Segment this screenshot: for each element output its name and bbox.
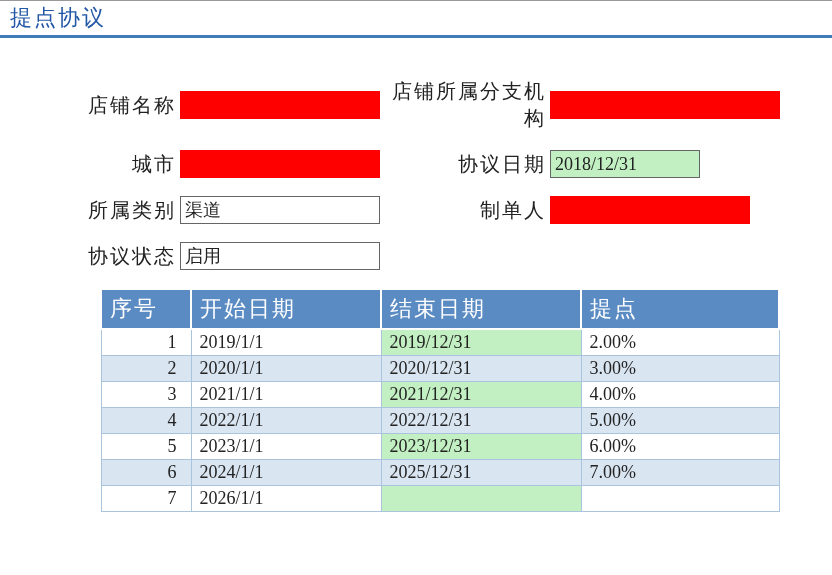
category-input[interactable]: 渠道 [180,196,380,224]
cell-start-date[interactable]: 2021/1/1 [191,382,381,408]
table-row: 22020/1/12020/12/313.00% [101,356,779,382]
table-row: 42022/1/12022/12/315.00% [101,408,779,434]
cell-rate[interactable]: 7.00% [581,460,779,486]
cell-seq: 3 [101,382,191,408]
col-seq: 序号 [101,289,191,329]
cell-rate[interactable]: 4.00% [581,382,779,408]
table-row: 52023/1/12023/12/316.00% [101,434,779,460]
page-title: 提点协议 [0,0,832,38]
city-input[interactable] [180,150,380,178]
cell-end-date[interactable]: 2022/12/31 [381,408,581,434]
cell-rate[interactable] [581,486,779,512]
cell-seq: 1 [101,329,191,356]
col-rate: 提点 [581,289,779,329]
cell-end-date[interactable]: 2025/12/31 [381,460,581,486]
cell-rate[interactable]: 5.00% [581,408,779,434]
cell-rate[interactable]: 6.00% [581,434,779,460]
cell-end-date[interactable]: 2021/12/31 [381,382,581,408]
cell-start-date[interactable]: 2020/1/1 [191,356,381,382]
cell-start-date[interactable]: 2024/1/1 [191,460,381,486]
rate-table: 序号 开始日期 结束日期 提点 12019/1/12019/12/312.00%… [100,288,780,512]
city-label: 城市 [20,151,180,178]
creator-input[interactable] [550,196,750,224]
form-area: 店铺名称 店铺所属分支机构 城市 协议日期 2018/12/31 所属类别 渠道… [0,38,832,532]
table-row: 62024/1/12025/12/317.00% [101,460,779,486]
cell-seq: 2 [101,356,191,382]
cell-end-date[interactable] [381,486,581,512]
cell-end-date[interactable]: 2019/12/31 [381,329,581,356]
col-end: 结束日期 [381,289,581,329]
cell-seq: 7 [101,486,191,512]
table-row: 72026/1/1 [101,486,779,512]
category-label: 所属类别 [20,197,180,224]
branch-label: 店铺所属分支机构 [380,78,550,132]
status-input[interactable]: 启用 [180,242,380,270]
store-name-input[interactable] [180,91,380,119]
cell-start-date[interactable]: 2026/1/1 [191,486,381,512]
cell-end-date[interactable]: 2023/12/31 [381,434,581,460]
cell-start-date[interactable]: 2019/1/1 [191,329,381,356]
cell-end-date[interactable]: 2020/12/31 [381,356,581,382]
cell-seq: 4 [101,408,191,434]
table-row: 32021/1/12021/12/314.00% [101,382,779,408]
col-start: 开始日期 [191,289,381,329]
agreement-date-label: 协议日期 [380,151,550,178]
cell-rate[interactable]: 3.00% [581,356,779,382]
agreement-date-input[interactable]: 2018/12/31 [550,150,700,178]
cell-seq: 5 [101,434,191,460]
cell-start-date[interactable]: 2023/1/1 [191,434,381,460]
branch-input[interactable] [550,91,780,119]
creator-label: 制单人 [380,197,550,224]
cell-start-date[interactable]: 2022/1/1 [191,408,381,434]
table-row: 12019/1/12019/12/312.00% [101,329,779,356]
status-label: 协议状态 [20,243,180,270]
store-name-label: 店铺名称 [20,92,180,119]
cell-rate[interactable]: 2.00% [581,329,779,356]
cell-seq: 6 [101,460,191,486]
